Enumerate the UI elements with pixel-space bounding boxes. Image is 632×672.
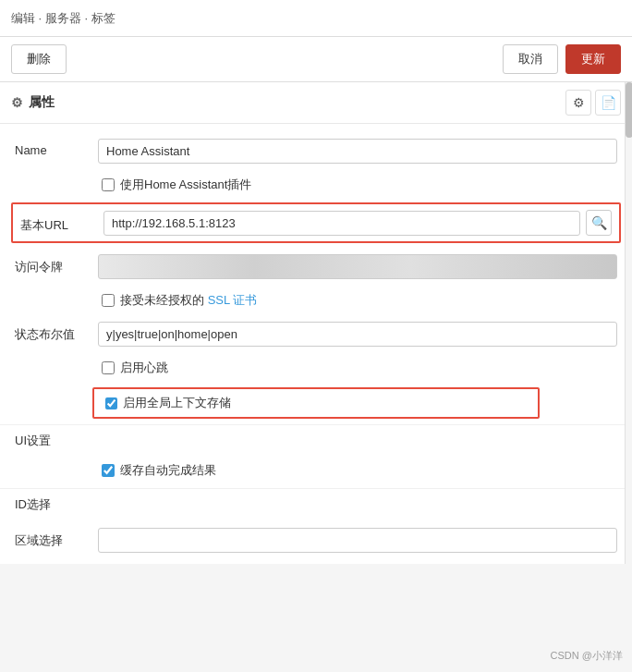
name-control [98,139,617,164]
gear-icon: ⚙ [11,95,23,110]
heartbeat-label: 启用心跳 [120,360,168,376]
use-plugin-row: 使用Home Assistant插件 [0,171,632,199]
id-section-label: ID选择 [15,497,51,511]
toolbar-right: 取消 更新 [503,44,621,74]
base-url-control: 🔍 [103,210,612,236]
base-url-label: 基本URL [20,213,103,234]
watermark: CSDN @小洋洋 [551,649,623,663]
toolbar-left: 删除 [11,44,67,74]
use-plugin-checkbox[interactable] [102,178,115,191]
base-url-search-button[interactable]: 🔍 [586,210,612,236]
global-context-highlighted-row: 启用全局上下文存储 [92,387,540,419]
name-row: Name [0,131,632,171]
ssl-cert-label: 接受未经授权的 SSL 证书 [120,292,257,309]
toolbar: 删除 取消 更新 [0,37,632,82]
section-title-text: 属性 [29,94,55,111]
heartbeat-checkbox[interactable] [102,361,115,374]
state-bool-row: 状态布尔值 [0,314,632,354]
cancel-button[interactable]: 取消 [503,44,558,74]
state-bool-label: 状态布尔值 [15,322,98,343]
ui-settings-section: UI设置 [0,424,632,457]
scrollbar[interactable] [625,82,632,564]
form-body: Name 使用Home Assistant插件 基本URL 🔍 [0,124,632,564]
domain-label: 区域选择 [15,528,98,549]
delete-button[interactable]: 删除 [11,44,67,74]
access-token-input[interactable] [98,254,617,279]
state-bool-control [98,322,617,347]
access-token-label: 访问令牌 [15,254,98,275]
id-section: ID选择 [0,488,632,520]
section-actions: ⚙ 📄 [565,90,621,116]
ssl-cert-link[interactable]: SSL 证书 [208,293,258,307]
access-token-row: 访问令牌 [0,247,632,287]
domain-input[interactable] [98,528,617,553]
name-label: Name [15,139,98,157]
scrollbar-thumb[interactable] [626,82,632,138]
global-context-checkbox[interactable] [105,397,117,409]
doc-icon-button[interactable]: 📄 [595,90,621,116]
section-header: ⚙ 属性 ⚙ 📄 [0,82,632,124]
content-area: ⚙ 属性 ⚙ 📄 Name 使用Home Assistant插件 [0,82,632,564]
domain-control [98,528,617,553]
state-bool-input[interactable] [98,322,617,347]
cache-checkbox[interactable] [102,464,115,477]
heartbeat-row: 启用心跳 [0,354,632,382]
settings-icon-button[interactable]: ⚙ [565,90,591,116]
cache-row: 缓存自动完成结果 [0,457,632,484]
page-wrapper: 编辑 · 服务器 · 标签 删除 取消 更新 ⚙ 属性 ⚙ 📄 [0,0,632,672]
name-input[interactable] [98,139,617,164]
base-url-input[interactable] [103,211,580,236]
ssl-cert-row: 接受未经授权的 SSL 证书 [0,287,632,314]
use-plugin-label: 使用Home Assistant插件 [120,177,251,193]
breadcrumb-bar: 编辑 · 服务器 · 标签 [0,0,632,37]
update-button[interactable]: 更新 [565,44,621,74]
ssl-cert-checkbox[interactable] [102,294,115,307]
base-url-highlighted-row: 基本URL 🔍 [11,202,621,243]
cache-label: 缓存自动完成结果 [120,462,216,479]
access-token-control [98,254,617,279]
section-title: ⚙ 属性 [11,94,55,111]
ui-settings-label: UI设置 [15,434,51,447]
domain-row: 区域选择 [0,520,632,556]
global-context-label: 启用全局上下文存储 [123,395,231,411]
breadcrumb: 编辑 · 服务器 · 标签 [11,10,115,27]
